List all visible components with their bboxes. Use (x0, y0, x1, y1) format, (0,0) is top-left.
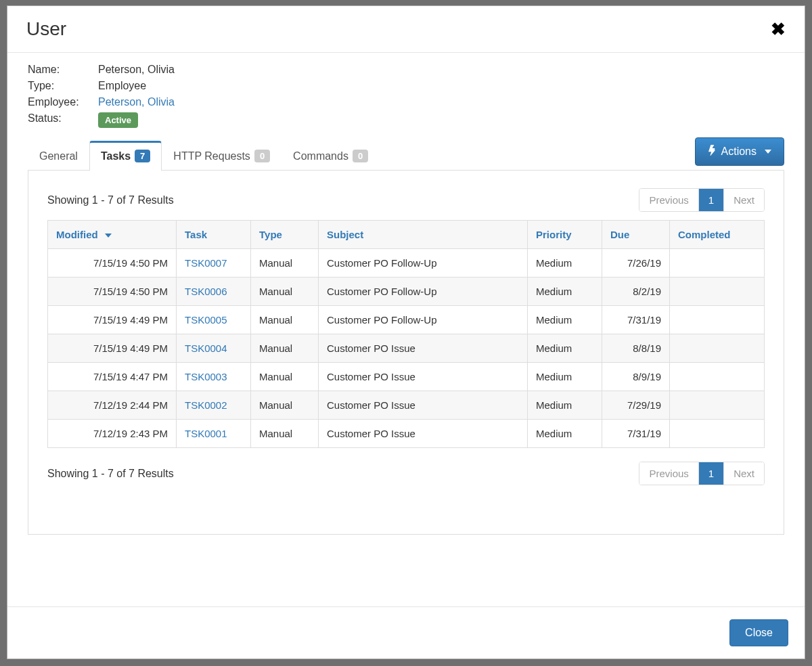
task-link[interactable]: TSK0003 (185, 371, 227, 382)
tab-http-label: HTTP Requests (173, 150, 250, 162)
col-modified[interactable]: Modified (48, 221, 177, 249)
col-completed[interactable]: Completed (670, 221, 765, 249)
cell-due: 7/31/19 (602, 306, 670, 334)
user-modal: User ✖ Name: Peterson, Olivia Type: Empl… (7, 5, 805, 659)
table-row: 7/15/19 4:47 PMTSK0003ManualCustomer PO … (48, 363, 765, 391)
cell-completed (670, 334, 765, 363)
col-type[interactable]: Type (251, 221, 319, 249)
cell-due: 7/31/19 (602, 420, 670, 448)
cell-priority: Medium (528, 306, 602, 334)
close-button[interactable]: Close (729, 619, 788, 646)
table-row: 7/15/19 4:50 PMTSK0007ManualCustomer PO … (48, 249, 765, 278)
table-row: 7/12/19 2:44 PMTSK0002ManualCustomer PO … (48, 391, 765, 420)
modal-body: Name: Peterson, Olivia Type: Employee Em… (7, 53, 805, 606)
cell-modified: 7/15/19 4:50 PM (48, 278, 177, 306)
chevron-down-icon (765, 150, 771, 154)
tab-general-label: General (39, 150, 78, 162)
col-subject[interactable]: Subject (319, 221, 528, 249)
pager-prev-top[interactable]: Previous (639, 189, 698, 211)
table-row: 7/15/19 4:50 PMTSK0006ManualCustomer PO … (48, 278, 765, 306)
actions-label: Actions (721, 146, 757, 158)
tab-tasks-label: Tasks (101, 150, 131, 162)
pager-bottom: Previous 1 Next (639, 462, 765, 485)
label-type: Type: (28, 80, 95, 92)
cell-priority: Medium (528, 278, 602, 306)
cell-subject: Customer PO Follow-Up (319, 249, 528, 278)
sort-desc-icon (105, 234, 112, 238)
label-employee: Employee: (28, 96, 95, 108)
cell-due: 8/2/19 (602, 278, 670, 306)
task-link[interactable]: TSK0005 (185, 314, 227, 326)
task-link[interactable]: TSK0001 (185, 428, 227, 439)
cell-subject: Customer PO Issue (319, 363, 528, 391)
cell-completed (670, 391, 765, 420)
cell-type: Manual (251, 278, 319, 306)
task-link[interactable]: TSK0004 (185, 342, 227, 354)
pager-next-top[interactable]: Next (724, 189, 764, 211)
value-type: Employee (98, 80, 786, 92)
cell-task: TSK0001 (177, 420, 251, 448)
cell-due: 7/29/19 (602, 391, 670, 420)
cell-subject: Customer PO Follow-Up (319, 278, 528, 306)
cell-completed (670, 249, 765, 278)
pager-prev-bottom[interactable]: Previous (639, 462, 698, 485)
col-modified-label: Modified (56, 229, 98, 240)
cell-priority: Medium (528, 391, 602, 420)
employee-link[interactable]: Peterson, Olivia (98, 96, 175, 108)
cell-modified: 7/12/19 2:44 PM (48, 391, 177, 420)
col-due[interactable]: Due (602, 221, 670, 249)
tab-tasks[interactable]: Tasks 7 (89, 141, 162, 171)
cell-type: Manual (251, 249, 319, 278)
cell-subject: Customer PO Issue (319, 391, 528, 420)
tasks-panel: Showing 1 - 7 of 7 Results Previous 1 Ne… (28, 171, 784, 535)
task-link[interactable]: TSK0006 (185, 286, 227, 297)
actions-button[interactable]: Actions (695, 137, 784, 166)
cell-type: Manual (251, 334, 319, 363)
cell-completed (670, 420, 765, 448)
cell-completed (670, 363, 765, 391)
task-link[interactable]: TSK0007 (185, 257, 227, 269)
value-name: Peterson, Olivia (98, 64, 786, 76)
col-priority[interactable]: Priority (528, 221, 602, 249)
cell-task: TSK0005 (177, 306, 251, 334)
status-badge: Active (98, 112, 138, 128)
close-icon[interactable]: ✖ (771, 20, 786, 38)
cell-due: 8/9/19 (602, 363, 670, 391)
results-bar-top: Showing 1 - 7 of 7 Results Previous 1 Ne… (47, 188, 765, 212)
cell-priority: Medium (528, 363, 602, 391)
tab-commands-count: 0 (353, 150, 368, 162)
cell-priority: Medium (528, 249, 602, 278)
cell-priority: Medium (528, 334, 602, 363)
cell-priority: Medium (528, 420, 602, 448)
cell-type: Manual (251, 391, 319, 420)
cell-due: 7/26/19 (602, 249, 670, 278)
tab-commands-label: Commands (293, 150, 348, 162)
modal-footer: Close (7, 606, 805, 659)
label-status: Status: (28, 112, 95, 128)
cell-subject: Customer PO Issue (319, 420, 528, 448)
pager-page-bottom[interactable]: 1 (699, 462, 724, 485)
cell-type: Manual (251, 306, 319, 334)
cell-modified: 7/12/19 2:43 PM (48, 420, 177, 448)
cell-modified: 7/15/19 4:49 PM (48, 306, 177, 334)
modal-header: User ✖ (7, 6, 805, 53)
tab-http-count: 0 (254, 150, 270, 162)
tasks-table: Modified Task Type Subject Priority Due … (47, 220, 765, 448)
cell-type: Manual (251, 420, 319, 448)
cell-completed (670, 306, 765, 334)
cell-subject: Customer PO Follow-Up (319, 306, 528, 334)
tab-general[interactable]: General (28, 143, 89, 171)
task-link[interactable]: TSK0002 (185, 399, 227, 411)
cell-task: TSK0002 (177, 391, 251, 420)
tab-commands[interactable]: Commands 0 (281, 142, 380, 171)
table-row: 7/12/19 2:43 PMTSK0001ManualCustomer PO … (48, 420, 765, 448)
results-bar-bottom: Showing 1 - 7 of 7 Results Previous 1 Ne… (47, 462, 765, 485)
cell-modified: 7/15/19 4:49 PM (48, 334, 177, 363)
col-task[interactable]: Task (177, 221, 251, 249)
label-name: Name: (28, 64, 95, 76)
cell-modified: 7/15/19 4:47 PM (48, 363, 177, 391)
pager-next-bottom[interactable]: Next (724, 462, 764, 485)
pager-page-top[interactable]: 1 (699, 189, 724, 211)
tab-http-requests[interactable]: HTTP Requests 0 (162, 142, 281, 171)
tabs: General Tasks 7 HTTP Requests 0 Commands… (28, 137, 784, 171)
